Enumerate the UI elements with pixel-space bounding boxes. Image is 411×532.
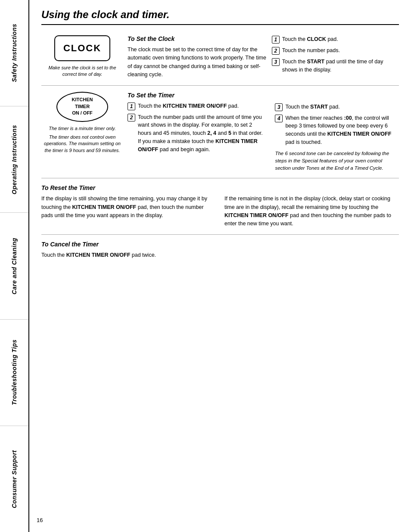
step-num-1: 1 bbox=[272, 36, 280, 44]
set-clock-heading: To Set the Clock bbox=[128, 35, 268, 42]
clock-button-image: CLOCK bbox=[54, 35, 110, 61]
timer-line2: TIMER bbox=[75, 103, 90, 110]
step-text-2: Touch the number pads. bbox=[282, 47, 340, 55]
set-timer-section: KITCHEN TIMER ON / OFF The timer is a mi… bbox=[41, 86, 399, 179]
page-number: 16 bbox=[37, 517, 43, 523]
timer-step-3: 3 Touch the START pad. bbox=[275, 103, 399, 111]
sidebar-label-safety: Safety Instructions bbox=[11, 24, 18, 82]
timer-caption-2: The timer does not control oven operatio… bbox=[41, 134, 123, 154]
cancel-timer-section: To Cancel the Timer Touch the KITCHEN TI… bbox=[41, 235, 399, 259]
set-clock-section: CLOCK Make sure the clock is set to the … bbox=[41, 29, 399, 86]
timer-step-text-4: When the timer reaches :00, the control … bbox=[285, 114, 399, 146]
clock-steps: 1 Touch the CLOCK pad. 2 Touch the numbe… bbox=[268, 35, 399, 79]
sidebar-label-troubleshooting: Troubleshooting Tips bbox=[11, 339, 18, 405]
step-num-3: 3 bbox=[272, 58, 280, 66]
sidebar-label-consumer: Consumer Support bbox=[11, 450, 18, 508]
step-num-2: 2 bbox=[272, 47, 280, 55]
reset-timer-section: To Reset the Timer If the display is sti… bbox=[41, 178, 399, 235]
reset-left-text: If the display is still showing the time… bbox=[41, 195, 216, 220]
timer-steps-left: To Set the Timer 1 Touch the KITCHEN TIM… bbox=[128, 92, 264, 172]
timer-line1: KITCHEN bbox=[72, 96, 93, 103]
sidebar-item-care: Care and Cleaning bbox=[0, 213, 28, 319]
reset-left-col: If the display is still showing the time… bbox=[41, 195, 216, 228]
page-title: Using the clock and timer. bbox=[41, 9, 399, 25]
step-text-3: Touch the START pad until the time of da… bbox=[282, 58, 399, 74]
step-text-1: Touch the CLOCK pad. bbox=[282, 35, 338, 44]
reset-timer-inner: If the display is still showing the time… bbox=[41, 195, 399, 228]
timer-step-4: 4 When the timer reaches :00, the contro… bbox=[275, 114, 399, 146]
timer-steps-right: 3 Touch the START pad. 4 When the timer … bbox=[271, 92, 399, 172]
clock-image-col: CLOCK Make sure the clock is set to the … bbox=[41, 35, 128, 79]
sidebar-item-operating: Operating Instructions bbox=[0, 106, 28, 213]
main-content: Using the clock and timer. CLOCK Make su… bbox=[29, 0, 411, 532]
reset-right-col: If the remaining time is not in the disp… bbox=[224, 195, 399, 228]
sidebar-item-troubleshooting: Troubleshooting Tips bbox=[0, 320, 28, 426]
sidebar-label-care: Care and Cleaning bbox=[11, 238, 18, 294]
timer-instructions: To Set the Timer 1 Touch the KITCHEN TIM… bbox=[128, 92, 399, 172]
set-clock-body: The clock must be set to the correct tim… bbox=[128, 46, 268, 79]
timer-caption-1: The timer is a minute timer only. bbox=[49, 125, 116, 132]
timer-note: The 6 second tone can be canceled by fol… bbox=[275, 150, 399, 172]
clock-instruction-main: To Set the Clock The clock must be set t… bbox=[128, 35, 268, 79]
clock-step-3: 3 Touch the START pad until the time of … bbox=[272, 58, 399, 74]
timer-step-num-4: 4 bbox=[275, 115, 283, 122]
timer-step-text-1: Touch the KITCHEN TIMER ON/OFF pad. bbox=[138, 102, 239, 110]
timer-step-text-3: Touch the START pad. bbox=[285, 103, 339, 111]
timer-step-text-2: Touch the number pads until the amount o… bbox=[138, 113, 264, 154]
timer-step-2: 2 Touch the number pads until the amount… bbox=[128, 113, 264, 154]
clock-step-2: 2 Touch the number pads. bbox=[272, 47, 399, 55]
reset-right-text: If the remaining time is not in the disp… bbox=[224, 195, 399, 228]
timer-button-image: KITCHEN TIMER ON / OFF bbox=[56, 92, 108, 122]
sidebar-label-operating: Operating Instructions bbox=[11, 125, 18, 194]
timer-image-col: KITCHEN TIMER ON / OFF The timer is a mi… bbox=[41, 92, 128, 172]
cancel-timer-text: Touch the KITCHEN TIMER ON/OFF pad twice… bbox=[41, 251, 399, 259]
timer-step-num-2: 2 bbox=[128, 114, 135, 121]
clock-caption: Make sure the clock is set to the correc… bbox=[41, 65, 123, 78]
clock-step-1: 1 Touch the CLOCK pad. bbox=[272, 35, 399, 44]
cancel-timer-heading: To Cancel the Timer bbox=[41, 241, 399, 248]
timer-line3: ON / OFF bbox=[72, 110, 93, 116]
sidebar-item-consumer: Consumer Support bbox=[0, 426, 28, 532]
timer-step-1: 1 Touch the KITCHEN TIMER ON/OFF pad. bbox=[128, 102, 264, 110]
set-timer-heading: To Set the Timer bbox=[128, 92, 264, 99]
sidebar-item-safety: Safety Instructions bbox=[0, 0, 28, 106]
sidebar: Safety Instructions Operating Instructio… bbox=[0, 0, 29, 532]
timer-step-num-3: 3 bbox=[275, 103, 283, 111]
reset-timer-heading: To Reset the Timer bbox=[41, 184, 399, 191]
timer-step-num-1: 1 bbox=[128, 103, 135, 110]
